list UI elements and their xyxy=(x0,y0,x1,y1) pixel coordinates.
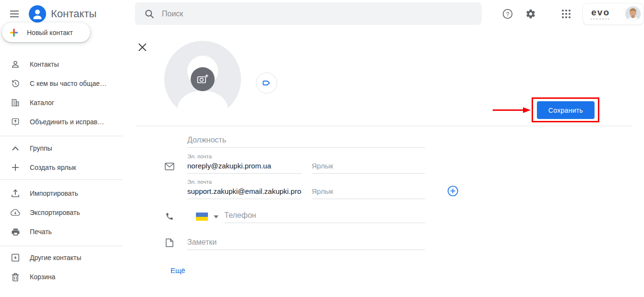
email-input-1[interactable] xyxy=(187,160,302,174)
dropdown-caret-icon xyxy=(214,215,219,218)
sidebar-item-create-label[interactable]: Создать ярлык xyxy=(0,158,123,177)
workspace-logo-subtext: company xyxy=(591,18,610,20)
phone-input[interactable] xyxy=(224,210,425,223)
sidebar-item-frequently-contacted[interactable]: С кем вы часто общае… xyxy=(0,74,123,93)
apps-grid-icon xyxy=(561,9,571,19)
notes-icon xyxy=(165,238,174,249)
sidebar-item-label: Другие контакты xyxy=(30,254,81,261)
account-switcher[interactable]: evo company xyxy=(583,3,644,25)
close-button[interactable] xyxy=(138,43,147,54)
search-input[interactable] xyxy=(162,10,450,18)
add-label-button[interactable] xyxy=(256,72,277,94)
apps-grid-button[interactable] xyxy=(557,4,576,24)
label-tag-icon xyxy=(262,78,271,88)
add-email-button[interactable] xyxy=(447,185,459,199)
sidebar-item-import[interactable]: Импортировать xyxy=(0,184,123,203)
chevron-up-icon xyxy=(11,143,20,153)
add-circle-icon xyxy=(447,185,459,197)
sidebar-item-merge-fix[interactable]: Объединить и исправ… xyxy=(0,112,123,131)
gear-icon xyxy=(525,9,536,19)
contacts-logo-icon[interactable] xyxy=(29,5,46,24)
sidebar-section-groups[interactable]: Группы xyxy=(0,139,123,158)
sidebar-item-label: Печать xyxy=(30,228,52,236)
workspace-logo-text: evo xyxy=(591,8,610,17)
sidebar-item-label: Корзина xyxy=(30,273,55,281)
search-bar[interactable] xyxy=(135,2,482,25)
hamburger-icon xyxy=(10,10,19,18)
sidebar-item-other-contacts[interactable]: Другие контакты xyxy=(0,248,123,267)
notes-input[interactable] xyxy=(187,237,425,250)
email-tag-input-2[interactable] xyxy=(312,186,425,199)
print-icon xyxy=(11,227,20,237)
help-icon: ? xyxy=(502,9,513,19)
add-photo-button[interactable] xyxy=(191,67,215,91)
sidebar-item-trash[interactable]: Корзина xyxy=(0,267,123,286)
sidebar-item-print[interactable]: Печать xyxy=(0,222,123,241)
new-contact-button[interactable]: Новый контакт xyxy=(2,23,90,42)
add-photo-camera-icon xyxy=(196,73,209,85)
email-tag-input-1[interactable] xyxy=(312,160,425,174)
sidebar-item-export[interactable]: Экспортировать xyxy=(0,203,123,222)
editor-divider xyxy=(136,126,632,126)
workspace-logo: evo company xyxy=(591,8,610,20)
save-button[interactable]: Сохранить xyxy=(537,101,595,119)
merge-fix-icon xyxy=(11,117,20,127)
other-contacts-icon xyxy=(11,253,20,262)
ukraine-flag-icon xyxy=(196,213,208,221)
new-contact-label: Новый контакт xyxy=(27,29,73,36)
phone-country-selector[interactable] xyxy=(196,213,219,221)
google-contacts-app: Контакты ? evo company xyxy=(0,0,644,297)
google-plus-icon xyxy=(9,28,19,37)
sidebar-divider xyxy=(0,136,123,136)
building-icon xyxy=(11,98,20,107)
search-icon[interactable] xyxy=(145,9,154,19)
job-title-input[interactable] xyxy=(187,134,425,148)
sidebar-item-label: Контакты xyxy=(30,60,59,68)
person-icon xyxy=(11,59,20,69)
svg-text:?: ? xyxy=(506,11,510,18)
contact-photo-placeholder[interactable] xyxy=(164,41,241,118)
plus-icon xyxy=(11,163,20,172)
sidebar-item-label: С кем вы часто общае… xyxy=(30,80,107,87)
page-title: Контакты xyxy=(51,8,97,20)
phone-icon xyxy=(165,212,174,223)
sidebar-item-label: Экспортировать xyxy=(30,209,80,216)
email-field-label: Эл. почта xyxy=(187,179,212,185)
email-icon xyxy=(165,163,174,172)
import-icon xyxy=(11,189,20,198)
close-icon xyxy=(138,43,147,52)
hamburger-menu-button[interactable] xyxy=(5,4,24,24)
help-button[interactable]: ? xyxy=(498,4,517,24)
email-field-label: Эл. почта xyxy=(187,154,212,159)
sidebar-item-label: Каталог xyxy=(30,99,54,107)
sidebar-divider xyxy=(0,179,123,180)
sidebar-item-label: Создать ярлык xyxy=(30,164,76,171)
email-input-2[interactable] xyxy=(187,186,302,199)
trash-icon xyxy=(11,272,20,282)
groups-section-label: Группы xyxy=(30,144,52,152)
avatar[interactable] xyxy=(625,6,641,22)
sidebar-item-contacts[interactable]: Контакты xyxy=(0,55,123,74)
history-icon xyxy=(11,79,20,88)
sidebar-item-label: Импортировать xyxy=(30,190,78,197)
annotation-arrow xyxy=(493,107,531,113)
settings-button[interactable] xyxy=(521,4,540,24)
sidebar-item-directory[interactable]: Каталог xyxy=(0,93,123,112)
sidebar-divider xyxy=(0,246,123,246)
show-more-link[interactable]: Ещё xyxy=(170,266,185,274)
export-icon xyxy=(11,208,20,217)
sidebar-item-label: Объединить и исправ… xyxy=(30,118,104,126)
